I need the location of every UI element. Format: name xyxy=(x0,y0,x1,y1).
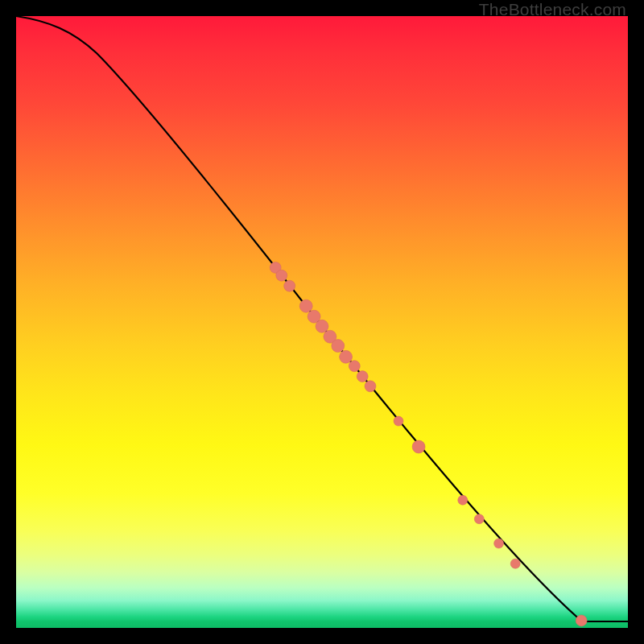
scatter-dot xyxy=(284,280,295,291)
scatter-dot xyxy=(394,416,403,426)
plot-area xyxy=(16,16,628,628)
scatter-dot xyxy=(349,361,360,372)
chart-svg xyxy=(16,16,628,628)
scatter-dot xyxy=(357,371,368,382)
scatter-dot xyxy=(276,270,287,281)
scatter-dot xyxy=(412,440,425,453)
scatter-dot xyxy=(474,514,484,524)
curve-line xyxy=(16,16,628,621)
scatter-dots xyxy=(270,262,587,626)
scatter-dot xyxy=(340,350,353,363)
scatter-dot xyxy=(576,615,587,626)
scatter-dot xyxy=(365,381,376,392)
scatter-dot xyxy=(510,559,520,568)
chart-frame: TheBottleneck.com xyxy=(0,0,644,644)
scatter-dot xyxy=(458,495,468,505)
scatter-dot xyxy=(494,539,504,548)
scatter-dot xyxy=(316,320,328,332)
scatter-dot xyxy=(332,340,345,353)
scatter-dot xyxy=(299,299,312,312)
